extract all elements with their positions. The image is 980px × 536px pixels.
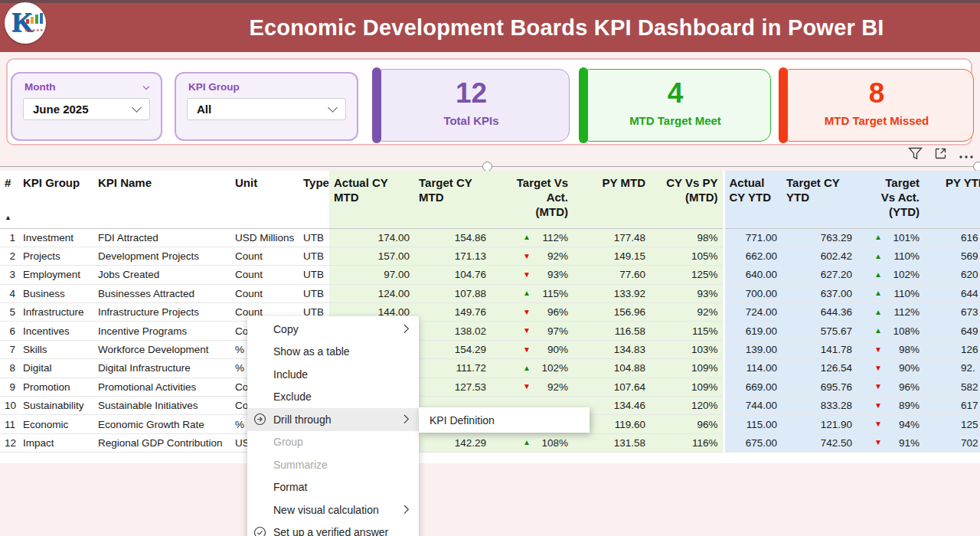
context-menu: CopyShow as a tableIncludeExcludeDrill t…	[247, 316, 419, 536]
table-cell: 125%	[650, 266, 724, 284]
context-menu-item-copy[interactable]: Copy	[247, 318, 419, 341]
table-cell: 121.90	[782, 415, 857, 433]
table-cell: ▼91%	[857, 433, 924, 452]
table-cell: Promotional Activities	[93, 377, 230, 396]
table-cell: 8	[0, 359, 18, 377]
verified-answer-icon	[253, 526, 273, 536]
menu-item-label: Exclude	[273, 391, 410, 403]
table-cell: 97.00	[329, 266, 414, 284]
table-row[interactable]: 3EmploymentJobs CreatedCountUTB97.00104.…	[0, 266, 980, 284]
table-cell: 620	[924, 266, 980, 284]
arrow-down-icon: ▼	[874, 383, 882, 391]
table-cell: Business	[18, 284, 93, 302]
column-header[interactable]: PY YTD	[924, 171, 980, 228]
table-cell: 602.42	[782, 247, 857, 265]
page-title: Economic Development Boards KPI Dashboar…	[0, 3, 980, 52]
context-menu-item-show-as-a-table[interactable]: Show as a table	[247, 341, 419, 364]
percent-value: 98%	[889, 344, 920, 355]
column-header[interactable]: KPI Name	[93, 171, 230, 228]
kpi-group-dropdown[interactable]: All	[187, 98, 346, 120]
table-row[interactable]: 7SkillsWorkforce Development%UTB154.29▼9…	[0, 340, 980, 358]
percent-value: 110%	[889, 288, 920, 299]
month-dropdown[interactable]: June 2025	[23, 98, 150, 120]
table-cell: 10	[0, 397, 18, 415]
table-row[interactable]: 2ProjectsDevelopment ProjectsCountUTB157…	[0, 247, 980, 265]
table-cell: ▼93%	[491, 266, 573, 284]
table-cell: 7	[0, 340, 18, 358]
menu-item-label: New visual calculation	[273, 504, 403, 516]
app-header: Economic Development Boards KPI Dashboar…	[0, 3, 980, 52]
more-options-icon[interactable]	[959, 149, 974, 162]
table-cell: Businesses Attracted	[93, 284, 230, 302]
arrow-down-icon: ▼	[874, 420, 882, 428]
context-menu-item-exclude[interactable]: Exclude	[247, 386, 419, 409]
column-header[interactable]: Target Vs Act. (YTD)	[857, 171, 924, 228]
table-row[interactable]: 5InfrastructureInfrastructure ProjectsCo…	[0, 303, 980, 322]
table-row[interactable]: 4BusinessBusinesses AttractedCountUTB124…	[0, 284, 980, 302]
sort-ascending-icon[interactable]: ▲	[5, 214, 11, 223]
table-cell: 156.96	[573, 303, 650, 322]
table-cell: 115%	[650, 322, 724, 340]
table-row[interactable]: 8DigitalDigital Infrastructure%UTB111.72…	[0, 359, 980, 377]
percent-value: 108%	[889, 325, 920, 337]
total-kpis-card: 12 Total KPIs	[373, 69, 570, 142]
column-header[interactable]: KPI Group	[18, 171, 93, 228]
table-cell: 124.00	[329, 284, 414, 302]
table-cell: ▼92%	[491, 247, 573, 265]
table-cell: 114.00	[724, 359, 782, 377]
arrow-up-icon: ▲	[874, 309, 882, 316]
mtd-target-meet-label: MTD Target Meet	[580, 114, 770, 127]
table-row[interactable]: 6IncentivesIncentive ProgramsCountUTB138…	[0, 322, 980, 340]
column-header[interactable]: Target CY YTD	[782, 171, 857, 228]
chevron-down-icon	[328, 103, 338, 113]
table-cell: Infrastructure Projects	[93, 303, 230, 322]
column-header[interactable]: CY Vs PY (MTD)	[650, 171, 724, 228]
table-cell: 109%	[650, 359, 724, 377]
mtd-target-missed-card: 8 MTD Target Missed	[779, 69, 974, 142]
column-header[interactable]: Target Vs Act. (MTD)	[491, 171, 573, 228]
table-cell: Employment	[18, 266, 93, 284]
column-header[interactable]: #▲	[0, 171, 18, 228]
table-cell: ▲112%	[491, 228, 573, 247]
table-cell: Incentive Programs	[93, 322, 230, 340]
table-cell: 619.00	[724, 322, 782, 340]
column-header[interactable]: Actual CY MTD	[329, 171, 414, 228]
table-cell: 93%	[650, 284, 724, 302]
context-menu-item-drill-through[interactable]: Drill through	[247, 408, 419, 431]
menu-item-label: Summarize	[273, 459, 410, 471]
kpi-group-slicer: KPI Group All	[175, 72, 358, 141]
table-cell: ▲102%	[491, 359, 573, 377]
table-cell: 742.50	[782, 433, 857, 452]
context-menu-item-include[interactable]: Include	[247, 363, 419, 386]
context-menu-item-format[interactable]: Format	[247, 476, 419, 499]
focus-mode-icon[interactable]	[934, 147, 947, 163]
table-cell: 98%	[650, 228, 724, 247]
table-cell: ▼90%	[857, 359, 924, 377]
column-header[interactable]: Actual CY YTD	[724, 171, 782, 228]
table-cell: 4	[0, 284, 18, 302]
table-row[interactable]: 1InvestmentFDI AttractedUSD MillionsUTB1…	[0, 228, 980, 247]
table-cell: USD Millions	[230, 228, 299, 247]
filter-icon[interactable]	[908, 147, 923, 163]
column-header[interactable]: Target CY MTD	[414, 171, 491, 228]
table-cell: 644.36	[782, 303, 857, 322]
percent-value: 90%	[889, 362, 920, 374]
chevron-down-icon[interactable]	[143, 83, 149, 89]
arrow-up-icon: ▲	[523, 439, 531, 446]
context-submenu-item-kpi-definition[interactable]: KPI Definition	[419, 407, 590, 433]
column-header[interactable]: Type	[299, 171, 329, 228]
mtd-target-meet-value: 4	[580, 77, 770, 109]
context-menu-item-new-visual-calculation[interactable]: New visual calculation	[247, 498, 419, 521]
table-cell: 5	[0, 303, 18, 322]
table-row[interactable]: 9PromotionPromotional ActivitiesCountUTB…	[0, 377, 980, 396]
kpi-group-dropdown-value: All	[197, 103, 211, 116]
table-row[interactable]: 12ImpactRegional GDP ContributionUSD Mil…	[0, 433, 980, 452]
column-header[interactable]: PY MTD	[573, 171, 650, 228]
table-cell: 149.15	[573, 247, 650, 265]
table-cell: Economic	[18, 415, 93, 433]
table-cell: ▼92%	[491, 377, 573, 396]
table-cell: 616	[924, 228, 980, 247]
column-header[interactable]: Unit	[230, 171, 299, 228]
context-menu-item-set-up-a-verified-answer[interactable]: Set up a verified answer	[247, 521, 419, 536]
logo-stars: ★★★★★	[24, 28, 44, 32]
